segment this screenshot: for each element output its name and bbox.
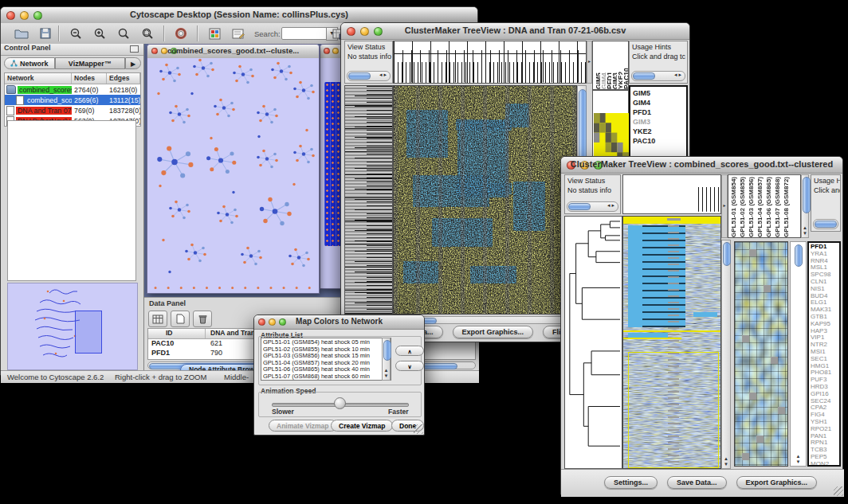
column-label[interactable]: GPL51-04 (GSM857)	[756, 175, 765, 237]
network-view-titlebar[interactable]: combined_scores_good.txt--cluste...	[147, 45, 319, 59]
scroll-arrows-icon[interactable]: ◂▸	[607, 202, 616, 209]
scrollbar-thumb[interactable]	[383, 340, 391, 361]
gene-label[interactable]: YKE2	[633, 127, 686, 136]
dialog-titlebar[interactable]: Map Colors to Network	[254, 315, 424, 330]
column-label[interactable]: PFD1	[606, 41, 611, 89]
column-labels-scrollbar[interactable]: ▲▼	[801, 174, 809, 238]
network-table-row[interactable]: DNA and Tran 07 769(0) 183728(0)	[5, 105, 140, 115]
gene-list-scrollbar[interactable]: ▲▼	[790, 241, 807, 467]
network-table-header[interactable]: Network Nodes Edges	[5, 73, 140, 84]
scroll-arrows-icon[interactable]: ◂▸	[379, 72, 388, 78]
annotation-icon[interactable]	[229, 25, 248, 41]
attribute-table-icon[interactable]	[148, 311, 167, 327]
column-label[interactable]: GPL51-02 (GSM855)	[739, 175, 748, 237]
gene-label[interactable]: MON2	[811, 461, 839, 467]
column-dendrogram[interactable]	[622, 174, 721, 214]
heatmap-canvas[interactable]	[622, 216, 721, 469]
help-lifesaver-icon[interactable]	[171, 25, 190, 41]
col-nodes[interactable]: Nodes	[72, 73, 107, 84]
column-labels[interactable]: GIM5GIM4PFD1GIM3YKE2PAC10	[592, 41, 629, 90]
splitter-arrow-icon[interactable]: ▸	[587, 41, 592, 84]
scroll-arrows-icon[interactable]: ▲▼	[383, 368, 390, 379]
gene-label[interactable]: GIM5	[633, 88, 686, 98]
treeview-button[interactable]: Save Data...	[667, 476, 727, 489]
col-id[interactable]: ID	[148, 329, 206, 338]
row-dendrogram[interactable]	[344, 85, 393, 315]
treeview-button[interactable]: Export Graphics...	[453, 326, 534, 338]
column-label[interactable]: YKE2	[617, 41, 622, 89]
slider-thumb[interactable]	[334, 397, 346, 409]
main-titlebar[interactable]: Cytoscape Desktop (Session Name: collins…	[1, 7, 477, 24]
gene-label[interactable]: PAC10	[633, 136, 686, 146]
new-attribute-icon[interactable]	[171, 311, 190, 327]
column-label[interactable]: GPL51-06 (GSM865)	[765, 175, 774, 237]
column-label[interactable]: GPL51-03 (GSM856)	[748, 175, 756, 237]
attribute-list-scrollbar[interactable]: ▲▼	[382, 338, 391, 381]
gene-label[interactable]: GIM4	[633, 98, 686, 107]
row-dendrogram[interactable]	[564, 216, 622, 469]
scroll-arrows-icon[interactable]: ▲▼	[722, 456, 730, 467]
scrollbar-thumb[interactable]	[803, 177, 811, 213]
treeview-combined-titlebar[interactable]: ClusterMaker TreeView : combined_scores_…	[561, 157, 842, 174]
gene-label[interactable]: PFD1	[633, 107, 686, 117]
usage-hints-scrollbar[interactable]	[813, 219, 838, 229]
network-table-row[interactable]: combined_sco 2569(6) 13112(15)	[5, 95, 140, 105]
col-network[interactable]: Network	[5, 73, 72, 84]
resize-grip[interactable]	[414, 424, 423, 434]
tab-overflow-arrow[interactable]: ▶	[125, 57, 141, 69]
plugin-icon[interactable]	[205, 25, 224, 41]
zoom-fit-icon[interactable]	[138, 25, 157, 41]
column-labels[interactable]: GPL51-01 (GSM854)GPL51-02 (GSM855)GPL51-…	[728, 174, 801, 238]
scrollbar-thumb[interactable]	[633, 72, 655, 80]
heatmap-vscrollbar[interactable]: ▲▼	[721, 240, 731, 469]
col-edges[interactable]: Edges	[107, 73, 140, 84]
birds-eye-view[interactable]	[7, 283, 138, 370]
scroll-arrows-icon[interactable]: ▲▼	[802, 225, 808, 236]
splitter-arrow-icon[interactable]: ▸	[721, 174, 728, 238]
network-canvas[interactable]	[147, 58, 319, 293]
column-label[interactable]: GIM3	[611, 41, 617, 89]
scrollbar-thumb[interactable]	[723, 242, 731, 266]
minimize-icon[interactable]	[332, 48, 339, 54]
zoom-out-icon[interactable]	[66, 25, 85, 41]
close-icon[interactable]	[324, 48, 330, 54]
move-up-button[interactable]: ∧	[395, 346, 424, 356]
zoom-heatmap-panel[interactable]	[734, 241, 788, 467]
scroll-arrows-icon[interactable]: ◂▸	[674, 72, 683, 78]
gene-label[interactable]: GIM3	[633, 117, 686, 127]
resize-grip[interactable]	[834, 486, 843, 496]
column-label[interactable]: GIM4	[600, 41, 606, 89]
move-down-button[interactable]: ∨	[395, 361, 424, 371]
view-status-scrollbar[interactable]: ◂▸	[347, 71, 391, 81]
heatmap-selection-rectangle[interactable]	[628, 352, 719, 468]
search-input[interactable]: ▼	[281, 27, 328, 40]
scroll-arrows-icon[interactable]: ▲▼	[791, 454, 806, 465]
column-label[interactable]: GPL51-07 (GSM868)	[774, 175, 783, 237]
treeview-button[interactable]: Settings...	[604, 476, 658, 489]
save-session-icon[interactable]	[36, 25, 55, 41]
view-status-scrollbar[interactable]: ◂▸	[567, 201, 618, 212]
network-tree-empty-area[interactable]	[7, 120, 136, 281]
gene-label-list[interactable]: PFD1YRA1RNR4MSL1SPC98CLN1NIS1BUD4ELG1MAK…	[807, 241, 841, 467]
attribute-list-item[interactable]: GPL51-07 (GSM868) heat shock 60 min	[263, 373, 391, 381]
float-panel-icon[interactable]	[130, 45, 139, 53]
viewport-rectangle[interactable]	[75, 311, 102, 354]
column-dendrogram[interactable]	[393, 41, 587, 84]
scrollbar-thumb[interactable]	[568, 203, 591, 210]
attribute-list[interactable]: GPL51-01 (GSM854) heat shock 05 minGPL51…	[261, 338, 391, 381]
scrollbar-thumb[interactable]	[815, 221, 837, 228]
zoom-selected-icon[interactable]	[114, 25, 133, 41]
usage-hints-scrollbar[interactable]: ◂▸	[631, 71, 685, 81]
scrollbar-thumb[interactable]	[795, 244, 803, 267]
column-label[interactable]: PAC10	[622, 41, 628, 89]
column-label[interactable]: GPL51-01 (GSM854)	[730, 175, 739, 237]
create-vizmap-button[interactable]: Create Vizmap	[331, 420, 393, 432]
tab-vizmapper[interactable]: VizMapper™	[55, 57, 125, 69]
animate-vizmap-button[interactable]: Animate Vizmap	[269, 420, 337, 432]
delete-attribute-icon[interactable]	[193, 311, 212, 327]
treeview-button[interactable]: Export Graphics...	[736, 476, 818, 489]
network-table-row[interactable]: combined_scores 2764(0) 16218(0)	[5, 84, 140, 95]
tab-network[interactable]: Network	[4, 57, 55, 69]
scrollbar-thumb[interactable]	[348, 72, 371, 80]
zoom-in-icon[interactable]	[90, 25, 109, 41]
